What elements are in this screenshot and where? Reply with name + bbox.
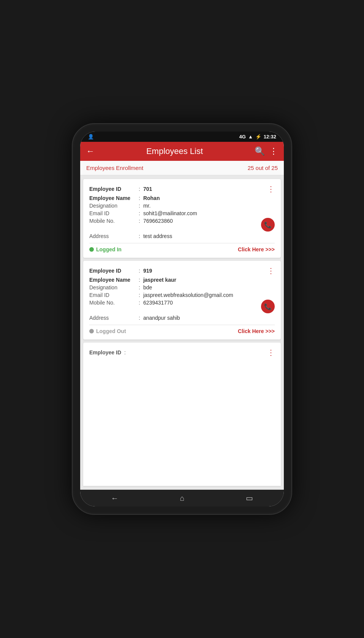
status-left: 👤 [88,134,94,140]
employee-card: Employee ID : 701 ⋮ Employee Name : Roha… [83,179,281,258]
partial-colon: : [124,349,126,356]
back-button[interactable]: ← [86,146,95,156]
card-header-row-1: Employee ID : 701 ⋮ [89,184,275,194]
call-button-2[interactable]: 📞 [261,300,275,313]
status-dot-1 [89,247,94,252]
card-footer-1: Logged In Click Here >>> [89,243,275,252]
designation-label-1: Designation [89,203,139,209]
designation-row-2: Designation : bde [89,284,275,290]
page-title: Employees List [99,146,250,156]
address-value-2: anandpur sahib [143,315,275,321]
card-menu-button-2[interactable]: ⋮ [267,266,275,275]
enrollment-count: 25 out of 25 [248,165,278,171]
subheader: Employees Enrollment 25 out of 25 [80,161,284,175]
email-value-1: sohit1@mailinator.com [143,210,275,216]
battery-icon: ⚡ [255,134,261,140]
address-value-1: test address [143,233,275,239]
login-status-2: Logged Out [89,328,126,334]
menu-button[interactable]: ⋮ [269,146,278,156]
phone-frame: 👤 4G ▲ ⚡ 12:32 ← Employees List 🔍 ⋮ Empl… [72,123,292,515]
colon-6: : [139,233,140,239]
colon-11: : [139,300,140,306]
email-label-2: Email ID [89,292,139,298]
designation-label-2: Designation [89,284,139,290]
colon-1: : [139,186,140,192]
search-button[interactable]: 🔍 [255,146,265,156]
login-status-1: Logged In [89,246,122,252]
designation-value-2: bde [143,284,275,290]
nav-bar: ← ⌂ ▭ [80,490,284,506]
colon-3: : [139,203,140,209]
colon-9: : [139,284,140,290]
colon-12: : [139,315,140,321]
login-status-text-1: Logged In [96,246,122,252]
content-area: Employee ID : 701 ⋮ Employee Name : Roha… [80,175,284,490]
address-row-1: Address : test address [89,233,275,239]
emp-name-label-1: Employee Name [89,195,139,201]
address-row-2: Address : anandpur sahib [89,315,275,321]
address-label-2: Address [89,315,139,321]
email-value-2: jaspreet.webfreaksolution@gmail.com [143,292,275,298]
colon-5: : [139,218,140,224]
mobile-row-1: Mobile No. : 7696623860 📞 [89,218,275,232]
employee-card-2: Employee ID : 919 ⋮ Employee Name : jasp… [83,261,281,340]
status-dot-2 [89,329,94,333]
address-label-1: Address [89,233,139,239]
phone-screen: 👤 4G ▲ ⚡ 12:32 ← Employees List 🔍 ⋮ Empl… [80,132,284,506]
status-bar: 👤 4G ▲ ⚡ 12:32 [80,132,284,142]
mobile-value-1: 7696623860 [143,218,258,224]
mobile-row-2: Mobile No. : 6239431770 📞 [89,300,275,313]
enrollment-label: Employees Enrollment [86,165,143,171]
emp-name-value-2: jaspreet kaur [143,277,275,283]
click-here-button-2[interactable]: Click Here >>> [238,328,275,334]
user-icon: 👤 [88,134,94,140]
colon-2: : [139,195,140,201]
mobile-label-1: Mobile No. [89,218,139,224]
emp-id-label-1: Employee ID [89,186,139,192]
colon-8: : [139,277,140,283]
colon-4: : [139,210,140,216]
designation-row-1: Designation : mr. [89,203,275,209]
emp-name-label-2: Employee Name [89,277,139,283]
partial-menu-button[interactable]: ⋮ [267,348,275,357]
login-status-text-2: Logged Out [96,328,126,334]
emp-id-label-2: Employee ID [89,268,139,274]
call-button-1[interactable]: 📞 [261,218,275,232]
colon-7: : [139,268,140,274]
nav-back-button[interactable]: ← [111,494,119,503]
email-label-1: Email ID [89,210,139,216]
card-header-left-1: Employee ID : 701 [89,186,267,192]
status-right: 4G ▲ ⚡ 12:32 [239,134,276,140]
colon-10: : [139,292,140,298]
partial-employee-card: Employee ID : ⋮ [83,343,281,486]
emp-name-row-2: Employee Name : jaspreet kaur [89,277,275,283]
email-row-2: Email ID : jaspreet.webfreaksolution@gma… [89,292,275,298]
email-row-1: Email ID : sohit1@mailinator.com [89,210,275,216]
emp-id-value-1: 701 [143,186,267,192]
card-footer-2: Logged Out Click Here >>> [89,325,275,334]
mobile-value-2: 6239431770 [143,300,258,306]
signal-bars: ▲ [248,134,253,140]
signal-icon: 4G [239,134,246,140]
designation-value-1: mr. [143,203,275,209]
nav-home-button[interactable]: ⌂ [180,494,184,503]
nav-recents-button[interactable]: ▭ [246,494,253,503]
click-here-button-1[interactable]: Click Here >>> [238,246,275,252]
partial-card-row: Employee ID : ⋮ [89,348,275,357]
emp-id-value-2: 919 [143,268,267,274]
card-header-row-2: Employee ID : 919 ⋮ [89,266,275,275]
time-display: 12:32 [264,134,276,140]
app-bar: ← Employees List 🔍 ⋮ [80,142,284,161]
emp-name-row-1: Employee Name : Rohan [89,195,275,201]
mobile-label-2: Mobile No. [89,300,139,306]
card-menu-button-1[interactable]: ⋮ [267,184,275,194]
emp-name-value-1: Rohan [143,195,275,201]
card-header-left-2: Employee ID : 919 [89,268,267,274]
partial-emp-id-label: Employee ID [89,349,121,356]
